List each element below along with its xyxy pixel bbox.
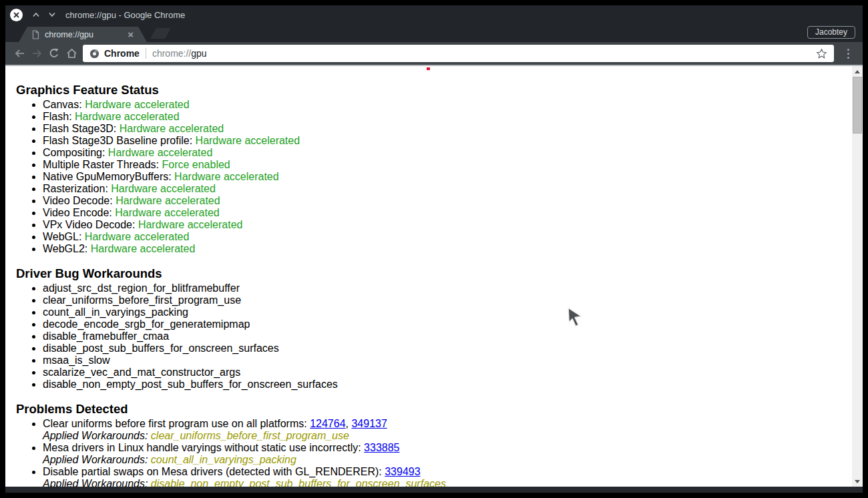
forward-button[interactable] [28,45,45,62]
bookmark-button[interactable] [816,48,827,59]
list-item: WebGL: Hardware accelerated [43,231,847,243]
window-close-button[interactable] [10,9,23,21]
list-item: Video Decode: Hardware accelerated [43,195,847,207]
applied-workarounds-label: Applied Workarounds: [43,454,151,465]
window-titlebar: chrome://gpu - Google Chrome [5,5,863,24]
scrollbar-thumb[interactable] [853,77,862,134]
list-item: Flash: Hardware accelerated [43,111,847,123]
problem-description: Mesa drivers in Linux handle varyings wi… [43,442,364,453]
list-item: Rasterization: Hardware accelerated [43,183,847,195]
list-item: Native GpuMemoryBuffers: Hardware accele… [43,171,847,183]
section-title-problems-detected: Problems Detected [16,402,847,416]
menu-dot [847,57,849,59]
list-item: scalarize_vec_and_mat_constructor_args [43,366,847,379]
browser-window: chrome://gpu - Google Chrome chrome://gp… [5,5,863,493]
feature-status: Force enabled [162,159,230,170]
tab-title: chrome://gpu [45,30,128,39]
address-bar[interactable]: Chrome chrome://gpu [83,45,834,62]
applied-workarounds-names: count_all_in_varyings_packing [151,454,296,465]
new-tab-button[interactable] [150,28,171,39]
feature-status: Hardware accelerated [85,231,190,242]
scroll-up-button[interactable] [852,67,863,76]
bug-link[interactable]: 339493 [385,466,420,477]
chevron-down-icon [48,12,56,17]
list-item: Mesa drivers in Linux handle varyings wi… [43,442,847,466]
list-item: Flash Stage3D Baseline profile: Hardware… [43,135,847,147]
problem-description: Clear uniforms before first program use … [43,418,310,429]
applied-workarounds-names: disable_non_empty_post_sub_buffers_for_o… [151,478,446,487]
window-title: chrome://gpu - Google Chrome [65,10,185,20]
feature-label: Video Encode: [43,207,115,218]
bookmark-star-icon [816,48,827,59]
menu-dot [847,53,849,55]
home-button[interactable] [63,45,80,62]
menu-dot [847,49,849,51]
section-list-driver-bug-workarounds: adjust_src_dst_region_for_blitframebuffe… [11,282,847,391]
tab-strip: chrome://gpu × Jacobtey [5,24,863,42]
back-arrow-icon [14,48,25,59]
page-favicon-icon [32,30,39,39]
bug-link[interactable]: 333885 [364,442,399,453]
omnibox-url[interactable]: chrome://gpu [152,48,207,59]
list-item: clear_uniforms_before_first_program_use [43,294,847,306]
applied-workarounds-line: Applied Workarounds: clear_uniforms_befo… [43,430,847,442]
profile-button[interactable]: Jacobtey [807,26,855,39]
scroll-down-icon [855,480,860,483]
browser-toolbar: Chrome chrome://gpu [5,42,863,65]
feature-label: WebGL2: [43,243,91,254]
chevron-up-icon [32,12,40,17]
scroll-down-button[interactable] [852,477,863,486]
feature-label: Flash: [43,111,75,122]
section-list-graphics-feature-status: Canvas: Hardware acceleratedFlash: Hardw… [11,99,847,255]
feature-label: VPx Video Decode: [43,219,138,230]
list-item: Flash Stage3D: Hardware accelerated [43,123,847,135]
chrome-logo-icon [89,49,99,59]
gpu-report: Graphics Feature StatusCanvas: Hardware … [5,66,852,487]
window-shade-button[interactable] [30,9,42,21]
feature-label: Rasterization: [43,183,111,194]
reload-button[interactable] [45,45,63,62]
feature-label: Flash Stage3D Baseline profile: [43,135,196,146]
list-item: disable_framebuffer_cmaa [43,330,847,342]
back-button[interactable] [11,45,28,62]
feature-status: Hardware accelerated [116,195,220,206]
feature-label: WebGL: [43,231,85,242]
feature-label: Multiple Raster Threads: [43,159,162,170]
problem-description: Disable partial swaps on Mesa drivers (d… [43,466,385,477]
list-item: disable_non_empty_post_sub_buffers_for_o… [43,379,847,391]
feature-status: Hardware accelerated [108,147,213,158]
window-minimize-button[interactable] [46,9,58,21]
feature-status: Hardware accelerated [120,123,224,134]
list-item: Video Encode: Hardware accelerated [43,207,847,219]
tab-close-button[interactable]: × [128,29,134,39]
vertical-scrollbar[interactable] [852,66,863,487]
list-item: Canvas: Hardware accelerated [43,99,847,111]
list-item: VPx Video Decode: Hardware accelerated [43,219,847,231]
list-item: Compositing: Hardware accelerated [43,147,847,159]
feature-label: Video Decode: [43,195,116,206]
feature-status: Hardware accelerated [115,207,220,218]
feature-status: Hardware accelerated [75,111,180,122]
url-scheme: chrome:// [152,48,191,59]
reload-icon [49,48,59,59]
omnibox-site-name: Chrome [104,48,140,59]
tab-chrome-gpu[interactable]: chrome://gpu × [19,27,147,42]
section-list-problems-detected: Clear uniforms before first program use … [11,418,847,487]
list-item: Clear uniforms before first program use … [43,418,847,442]
list-item: Disable partial swaps on Mesa drivers (d… [43,466,847,487]
bug-link[interactable]: 124764 [310,418,345,429]
feature-status: Hardware accelerated [91,243,196,254]
list-item: WebGL2: Hardware accelerated [43,243,847,255]
list-item: count_all_in_varyings_packing [43,306,847,318]
section-title-graphics-feature-status: Graphics Feature Status [16,83,847,97]
feature-status: Hardware accelerated [196,135,300,146]
applied-workarounds-label: Applied Workarounds: [43,430,151,441]
section-title-driver-bug-workarounds: Driver Bug Workarounds [16,266,847,280]
feature-label: Native GpuMemoryBuffers: [43,171,174,182]
bug-link[interactable]: 349137 [351,418,387,429]
applied-workarounds-line: Applied Workarounds: count_all_in_varyin… [43,454,847,466]
url-host: gpu [191,48,206,59]
browser-menu-button[interactable] [840,49,856,59]
problem-description-line: Clear uniforms before first program use … [43,418,847,430]
feature-status: Hardware accelerated [111,183,216,194]
